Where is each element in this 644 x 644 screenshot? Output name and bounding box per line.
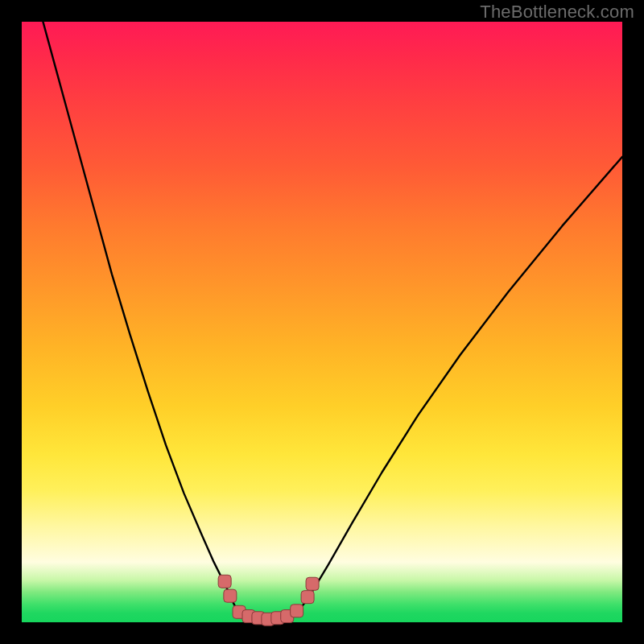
- marker-point-1: [224, 589, 237, 602]
- marker-point-10: [306, 577, 319, 590]
- marker-group: [218, 575, 319, 625]
- bottleneck-curve: [39, 10, 622, 619]
- curve-group: [39, 10, 622, 619]
- chart-frame: TheBottleneck.com: [0, 0, 644, 644]
- marker-point-8: [291, 605, 303, 617]
- watermark-text: TheBottleneck.com: [480, 2, 634, 23]
- chart-overlay: [22, 22, 622, 622]
- marker-point-9: [301, 591, 314, 604]
- marker-point-0: [218, 575, 231, 588]
